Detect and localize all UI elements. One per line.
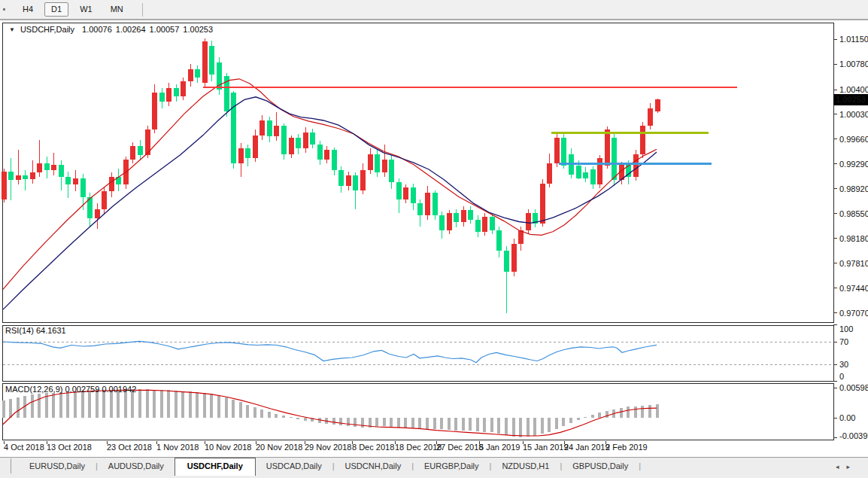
candle-body [73,178,78,185]
candle-body [274,126,279,136]
timeframe-button-w1[interactable]: W1 [73,2,99,17]
macd-histogram-bar [31,394,34,418]
chart-tab-audusd-daily[interactable]: AUDUSD,Daily [98,458,175,474]
candle-body [475,220,481,232]
date-tick-label: 1 Nov 2018 [156,443,199,452]
candle-body [554,138,560,163]
chart-tab-eurusd-daily[interactable]: EURUSD,Daily [19,458,96,474]
candle-body [447,213,452,230]
timeframe-button-d1[interactable]: D1 [44,2,68,17]
macd-histogram-bar [397,418,400,428]
candle-body [317,145,323,160]
chart-tab-usdchf-daily[interactable]: USDCHF,Daily [175,458,256,476]
candle-body [37,163,42,172]
date-tick-label: 18 Dec 2018 [395,443,442,452]
macd-histogram-bar [605,411,609,418]
candle-body [417,203,423,215]
macd-histogram-bar [656,404,659,418]
macd-histogram-bar [418,418,421,429]
candle-body [389,160,394,182]
macd-histogram-bar [634,406,637,418]
candle-body [195,69,200,78]
chart-tab-nzdusd-h1[interactable]: NZDUSD,H1 [491,458,560,474]
macd-histogram-bar [375,418,378,427]
candle-body [353,175,358,190]
chart-tab-gbpusd-daily[interactable]: GBPUSD,Daily [562,458,639,474]
candle-body [209,46,214,75]
macd-tick-label: 0.005985 [839,383,868,392]
rsi-tick-label: 70 [839,337,848,346]
chart-tab-usdcad-daily[interactable]: USDCAD,Daily [256,458,332,474]
macd-histogram-bar [519,418,522,437]
timeframe-button-mn[interactable]: MN [104,2,130,17]
candle-body [612,138,617,180]
macd-histogram-bar [426,418,429,429]
candle-body [504,251,509,272]
rsi-pane[interactable] [3,325,834,382]
price-tick-label: 0.99660 [839,135,868,144]
tab-bar-notch [11,458,11,473]
macd-histogram-bar [497,418,500,434]
candle-body [102,191,107,209]
timeframe-toolbar: H4D1W1MN [0,0,868,20]
candle-body [51,165,56,170]
macd-histogram-bar [96,390,99,418]
candle-body [159,93,165,102]
candle-body [245,148,250,157]
symbol-tab-bar: EURUSD,Daily|AUDUSD,DailyUSDCHF,DailyUSD… [0,457,868,478]
candle-body [496,230,502,251]
macd-histogram-bar [290,417,293,418]
macd-histogram-bar [52,393,55,418]
candle-body [382,160,387,173]
tab-separator: | [639,461,641,470]
candle-body [59,165,64,177]
toolbar-separator [142,3,143,17]
macd-histogram-bar [275,414,278,418]
macd-histogram-bar [138,389,141,418]
macd-histogram-bar [648,405,651,418]
macd-histogram-bar [66,391,69,418]
candle-body [576,166,581,178]
macd-histogram-bar [225,397,228,418]
candle-body [368,154,373,170]
candle-body [605,129,610,165]
candle-body [310,132,315,145]
candle-body [188,69,193,81]
price-tick-label: 0.97810 [839,259,868,268]
macd-histogram-bar [541,418,544,434]
date-tick-label: 24 Jan 2019 [564,443,610,452]
macd-histogram-bar [404,418,407,428]
macd-histogram-bar [189,391,192,418]
chart-tab-eurgbp-daily[interactable]: EURGBP,Daily [414,458,490,474]
macd-histogram-bar [569,418,572,423]
macd-pane[interactable] [3,384,834,440]
date-tick-label: 10 Nov 2018 [205,443,251,452]
candle-body [231,93,236,163]
date-tick-label: 15 Jan 2019 [523,443,569,452]
tab-scroll-left-icon[interactable]: ◂ [836,463,847,470]
price-tick-label: 0.97070 [839,309,868,318]
candle-body [396,182,402,199]
date-tick-label: 8 Dec 2018 [352,443,394,452]
candle-body [138,146,143,155]
candle-body [540,184,545,224]
candle-body [324,150,329,159]
candle-body [8,172,14,181]
macd-histogram-bar [390,418,393,427]
macd-histogram-bar [562,418,565,426]
date-tick-label: 13 Oct 2018 [47,443,92,452]
price-tick-label: 0.99290 [839,160,868,169]
macd-histogram-bar [462,418,465,431]
macd-histogram-bar [555,418,558,429]
candle-body [23,175,28,179]
candle-body [80,178,86,197]
macd-histogram-bar [598,413,601,418]
macd-histogram-bar [253,407,256,418]
timeframe-button-h4[interactable]: H4 [16,2,40,17]
macd-histogram-bar [38,394,41,418]
chart-tab-usdcnh-daily[interactable]: USDCNH,Daily [335,458,412,474]
macd-histogram-bar [411,418,414,428]
candle-body [490,217,495,230]
candle-body [346,175,351,186]
tab-scroll-right-icon[interactable]: ▸ [846,463,857,470]
